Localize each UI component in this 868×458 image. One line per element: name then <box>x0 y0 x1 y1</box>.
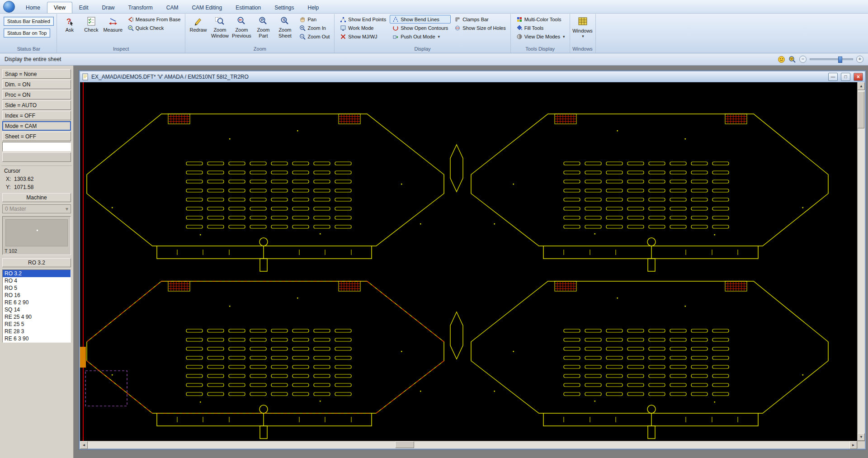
minimize-button[interactable]: — <box>828 73 838 81</box>
tool-list: RO 3.2RO 4RO 5RO 16RE 6 2 90SQ 14RE 25 4… <box>2 269 71 343</box>
ribbon-tab[interactable]: Edit <box>72 2 95 13</box>
maximize-button[interactable]: □ <box>841 73 850 81</box>
left-status-panel: Snap = NoneDim. = ONProc = ONSide = AUTO… <box>0 66 74 458</box>
status-bar-on-top-toggle[interactable]: Status Bar on Top <box>4 28 50 38</box>
measure-button[interactable]: Measure <box>102 15 124 33</box>
status-bar-enabled-toggle[interactable]: Status Bar Enabled <box>4 17 54 26</box>
h-scrollbar-thumb[interactable] <box>395 441 414 448</box>
cursor-y-value: 1071.58 <box>14 184 33 190</box>
panel-field[interactable] <box>2 152 71 162</box>
show-mj-wj-button[interactable]: Show MJ/WJ <box>337 32 389 41</box>
drawing-window-titlebar[interactable]: EX_AMADA\DEMO5.DFT* 'V' AMADA / EM2510NT… <box>80 71 865 82</box>
show-end-points-button[interactable]: Show End Points <box>337 15 389 24</box>
show-open-contours-button[interactable]: Show Open Contours <box>390 24 451 32</box>
cad-drawing <box>80 82 857 441</box>
windows-button[interactable]: Windows ▾ <box>572 15 594 38</box>
ribbon-tab[interactable]: Draw <box>95 2 122 13</box>
zoom-out-control[interactable]: − <box>799 56 807 63</box>
redraw-button[interactable]: Redraw <box>187 15 209 33</box>
zoom-in-icon <box>299 25 306 31</box>
ribbon-tab[interactable]: Estimation <box>229 2 268 13</box>
ribbon-tab[interactable]: Settings <box>268 2 301 13</box>
panel-field[interactable]: Snap = None <box>2 69 71 79</box>
show-mj-wj-label: Show MJ/WJ <box>348 34 377 39</box>
show-bend-lines-button[interactable]: Show Bend Lines <box>390 15 451 24</box>
show-size-of-holes-button[interactable]: Show Size of Holes <box>452 24 508 32</box>
ribbon-tab[interactable]: View <box>47 2 72 13</box>
measure-from-base-button[interactable]: Measure From Base <box>125 15 184 24</box>
view-die-modes-icon <box>516 33 523 40</box>
zoom-previous-label: Zoom Previous <box>231 27 252 38</box>
tool-list-item[interactable]: RO 5 <box>3 284 71 292</box>
v-scrollbar-thumb[interactable] <box>858 91 864 128</box>
tool-list-item[interactable]: SQ 14 <box>3 306 71 313</box>
tool-header-button[interactable]: RO 3.2 <box>2 258 71 267</box>
horizontal-scrollbar[interactable]: ◄ ► <box>80 441 857 449</box>
scroll-right-icon[interactable]: ► <box>849 441 857 449</box>
zoom-slider-thumb[interactable] <box>838 57 842 63</box>
cad-canvas[interactable] <box>80 82 857 441</box>
zoom-out-icon <box>299 33 306 40</box>
zoom-slider[interactable] <box>810 58 853 60</box>
ribbon-tab[interactable]: CAM Editing <box>185 2 229 13</box>
ribbon-tab[interactable]: Home <box>19 2 47 13</box>
panel-field[interactable]: Proc = ON <box>2 90 71 99</box>
zoom-previous-icon <box>236 16 246 26</box>
vertical-scrollbar[interactable]: ▲ ▼ <box>857 82 865 441</box>
scroll-left-icon[interactable]: ◄ <box>80 441 88 449</box>
view-die-modes-button[interactable]: View Die Modes ▾ <box>514 32 568 41</box>
clamps-bar-button[interactable]: Clamps Bar <box>452 15 508 24</box>
close-button[interactable]: × <box>854 73 863 81</box>
check-button[interactable]: Check <box>80 15 102 33</box>
ribbon-tab[interactable]: Help <box>301 2 326 13</box>
fill-tools-button[interactable]: Fill Tools <box>514 24 568 32</box>
multi-color-tools-label: Multi-Color Tools <box>524 17 561 22</box>
scroll-up-icon[interactable]: ▲ <box>858 82 865 90</box>
zoom-part-button[interactable]: P Zoom Part <box>252 15 274 38</box>
vertical-scroll-track[interactable] <box>858 90 865 433</box>
quick-check-button[interactable]: Quick Check <box>125 24 184 32</box>
application-menu-button[interactable] <box>3 1 15 13</box>
zoom-face-icon[interactable] <box>788 56 796 63</box>
ribbon-tab[interactable]: CAM <box>160 2 185 13</box>
ask-button[interactable]: ? Ask <box>59 15 80 33</box>
tool-list-item[interactable]: RE 6 3 90 <box>3 335 71 342</box>
multi-color-tools-button[interactable]: Multi-Color Tools <box>514 15 568 24</box>
drawing-window: EX_AMADA\DEMO5.DFT* 'V' AMADA / EM2510NT… <box>79 71 866 449</box>
tool-list-item[interactable]: RE 25 5 <box>3 321 71 328</box>
ribbon-group-status-bar: Status Bar Enabled Status Bar on Top Sta… <box>1 14 57 53</box>
zoom-out-label: Zoom Out <box>307 34 330 39</box>
cursor-x-label: X: <box>6 176 14 182</box>
tool-list-item[interactable]: RO 4 <box>3 277 71 284</box>
panel-field[interactable]: Sheet = OFF <box>2 132 71 141</box>
panel-field[interactable] <box>2 142 71 151</box>
zoom-window-button[interactable]: Zoom Window <box>209 15 231 38</box>
ribbon-tab[interactable]: Transform <box>122 2 160 13</box>
panel-field[interactable]: Mode = CAM <box>2 121 71 131</box>
zoom-out-button[interactable]: Zoom Out <box>297 32 332 41</box>
sheet-face-icon[interactable] <box>778 56 785 63</box>
tool-list-item[interactable]: RO 16 <box>3 292 71 299</box>
scroll-down-icon[interactable]: ▼ <box>858 433 865 441</box>
pan-button[interactable]: Pan <box>297 15 332 24</box>
tool-list-item[interactable]: RE 6 2 90 <box>3 299 71 306</box>
redraw-label: Redraw <box>190 27 207 33</box>
tool-list-item[interactable]: RE 28 3 <box>3 328 71 335</box>
zoom-in-control[interactable]: + <box>856 56 863 63</box>
machine-button[interactable]: Machine <box>2 193 71 202</box>
multi-color-tools-icon <box>516 16 523 23</box>
zoom-in-button[interactable]: Zoom In <box>297 24 332 32</box>
master-select[interactable]: 0 Master ▾ <box>2 204 71 213</box>
panel-field[interactable]: Side = AUTO <box>2 100 71 110</box>
push-out-mode-caret-icon: ▾ <box>438 34 440 39</box>
redraw-icon <box>193 16 203 26</box>
zoom-sheet-button[interactable]: S Zoom Sheet <box>274 15 296 38</box>
tool-list-item[interactable]: RE 25 4 90 <box>3 313 71 321</box>
zoom-previous-button[interactable]: Zoom Previous <box>231 15 252 38</box>
push-out-mode-button[interactable]: Push Out Mode ▾ <box>390 32 451 41</box>
panel-field[interactable]: Index = OFF <box>2 111 71 120</box>
panel-field[interactable]: Dim. = ON <box>2 80 71 89</box>
horizontal-scroll-track[interactable] <box>88 441 849 449</box>
tool-list-item[interactable]: RO 3.2 <box>3 270 71 277</box>
work-mode-button[interactable]: Work Mode <box>337 24 389 32</box>
